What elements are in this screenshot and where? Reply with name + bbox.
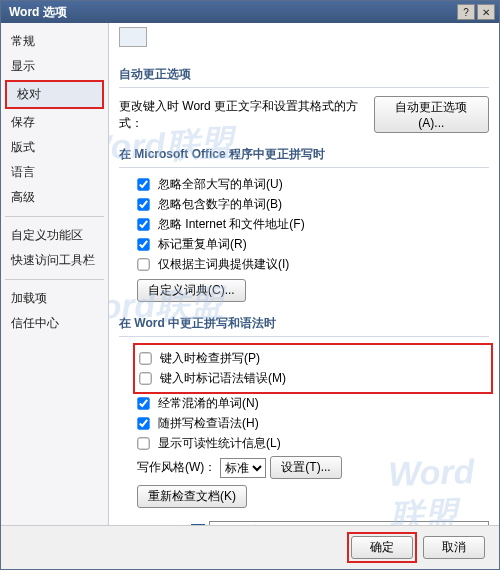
lbl-ignore-uppercase: 忽略全部大写的单词(U) — [158, 176, 283, 193]
sidebar-item-save[interactable]: 保存 — [1, 110, 108, 135]
chk-ignore-uppercase[interactable] — [137, 178, 149, 190]
sidebar-item-language[interactable]: 语言 — [1, 160, 108, 185]
autocorrect-options-button[interactable]: 自动更正选项(A)... — [374, 96, 489, 133]
writing-style-select[interactable]: 标准 — [220, 458, 266, 478]
lbl-confused-words: 经常混淆的单词(N) — [158, 395, 259, 412]
exceptions-doc-select[interactable]: 网站金字塔结构.docx — [209, 521, 489, 525]
sidebar-item-advanced[interactable]: 高级 — [1, 185, 108, 210]
lbl-check-spelling-typing: 键入时检查拼写(P) — [160, 350, 260, 367]
section-office-spell-title: 在 Microsoft Office 程序中更正拼写时 — [119, 136, 489, 168]
writing-style-settings-button[interactable]: 设置(T)... — [270, 456, 341, 479]
custom-dict-button[interactable]: 自定义词典(C)... — [137, 279, 246, 302]
sidebar-item-display[interactable]: 显示 — [1, 54, 108, 79]
lbl-grammar-with-spelling: 随拼写检查语法(H) — [158, 415, 259, 432]
help-button[interactable]: ? — [457, 4, 475, 20]
chk-ignore-internet[interactable] — [137, 218, 149, 230]
cancel-button[interactable]: 取消 — [423, 536, 485, 559]
lbl-ignore-numbers: 忽略包含数字的单词(B) — [158, 196, 282, 213]
lbl-mark-grammar-typing: 键入时标记语法错误(M) — [160, 370, 286, 387]
ok-button[interactable]: 确定 — [351, 536, 413, 559]
sidebar-item-qat[interactable]: 快速访问工具栏 — [1, 248, 108, 273]
sidebar-item-trust[interactable]: 信任中心 — [1, 311, 108, 336]
lbl-main-dict-only: 仅根据主词典提供建议(I) — [158, 256, 289, 273]
recheck-doc-button[interactable]: 重新检查文档(K) — [137, 485, 247, 508]
exceptions-label: 例外项(X)： — [119, 523, 183, 526]
chk-ignore-numbers[interactable] — [137, 198, 149, 210]
dialog-body: 常规 显示 校对 保存 版式 语言 高级 自定义功能区 快速访问工具栏 加载项 … — [1, 23, 499, 525]
content-panel: Word联盟 Word联盟 Word联盟 自动更正选项 更改键入时 Word 更… — [109, 23, 499, 525]
window-title: Word 选项 — [5, 4, 455, 21]
writing-style-label: 写作风格(W)： — [137, 459, 216, 476]
section-exceptions-title: 例外项(X)： 网站金字塔结构.docx — [119, 511, 489, 525]
chk-main-dict-only[interactable] — [137, 258, 149, 270]
section-autocorrect-title: 自动更正选项 — [119, 56, 489, 88]
sidebar-item-layout[interactable]: 版式 — [1, 135, 108, 160]
lbl-readability: 显示可读性统计信息(L) — [158, 435, 281, 452]
chk-flag-repeated[interactable] — [137, 238, 149, 250]
sidebar-item-general[interactable]: 常规 — [1, 29, 108, 54]
titlebar: Word 选项 ? ✕ — [1, 1, 499, 23]
lbl-flag-repeated: 标记重复单词(R) — [158, 236, 247, 253]
close-button[interactable]: ✕ — [477, 4, 495, 20]
lbl-ignore-internet: 忽略 Internet 和文件地址(F) — [158, 216, 305, 233]
chk-readability[interactable] — [137, 437, 149, 449]
autocorrect-line: 更改键入时 Word 更正文字和设置其格式的方式： 自动更正选项(A)... — [119, 96, 489, 133]
sidebar-item-proofing[interactable]: 校对 — [7, 82, 102, 107]
autocorrect-text: 更改键入时 Word 更正文字和设置其格式的方式： — [119, 98, 370, 132]
page-icon — [119, 27, 147, 47]
chk-grammar-with-spelling[interactable] — [137, 417, 149, 429]
chk-confused-words[interactable] — [137, 397, 149, 409]
dialog-footer: 确定 取消 — [1, 525, 499, 569]
sidebar: 常规 显示 校对 保存 版式 语言 高级 自定义功能区 快速访问工具栏 加载项 … — [1, 23, 109, 525]
options-dialog: Word 选项 ? ✕ 常规 显示 校对 保存 版式 语言 高级 自定义功能区 … — [0, 0, 500, 570]
chk-check-spelling-typing[interactable] — [139, 352, 151, 364]
sidebar-item-customize-ribbon[interactable]: 自定义功能区 — [1, 223, 108, 248]
chk-mark-grammar-typing[interactable] — [139, 372, 151, 384]
word-doc-icon — [191, 524, 205, 525]
section-word-spell-title: 在 Word 中更正拼写和语法时 — [119, 305, 489, 337]
sidebar-item-addins[interactable]: 加载项 — [1, 286, 108, 311]
